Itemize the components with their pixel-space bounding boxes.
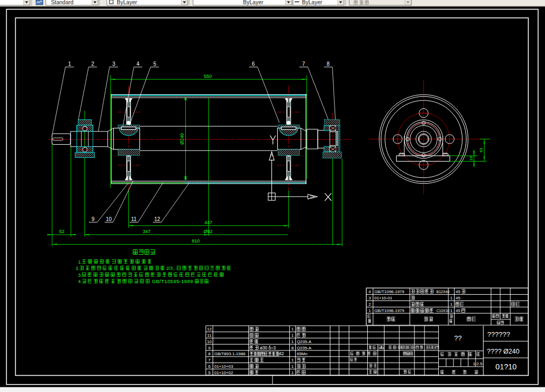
svg-text:8: 8 [208,351,211,356]
svg-text:10: 10 [106,216,112,222]
svg-text:3: 3 [368,296,371,300]
svg-text:8: 8 [327,61,330,67]
svg-text:ByLayer: ByLayer [117,0,137,5]
svg-text:1: 1 [291,333,294,338]
svg-text:11: 11 [131,216,137,222]
svg-text:??????: ?????? [487,330,510,338]
svg-text:,: , [174,266,175,271]
svg-text:1: 1 [291,364,294,369]
svg-text:1: 1 [450,296,453,300]
svg-text:B12X40: B12X40 [437,290,450,294]
svg-text:6: 6 [252,61,255,67]
svg-text:4: 4 [137,61,140,67]
svg-text:1: 1 [68,61,72,67]
svg-text:2/3: 2/3 [166,266,173,271]
svg-text:GB/T893.1-1986: GB/T893.1-1986 [214,351,246,356]
svg-text:???? Ø240: ???? Ø240 [487,348,520,355]
svg-text:1: 1 [291,339,294,344]
svg-text:Ø240: Ø240 [179,133,185,145]
svg-text:2: 2 [368,302,371,307]
svg-text:1: 1 [368,308,371,313]
svg-text:45: 45 [456,289,460,294]
svg-text:01+10+03: 01+10+03 [214,364,234,369]
svg-text:ø30 δ=3: ø30 δ=3 [260,346,276,350]
svg-text:12: 12 [207,327,211,331]
svg-text:1.: 1. [78,259,82,265]
svg-text:7: 7 [208,358,211,363]
svg-text:Q235-A: Q235-A [297,346,311,350]
svg-text:8: 8 [291,346,294,350]
svg-text:9: 9 [208,346,211,350]
svg-text:1: 1 [291,358,294,363]
svg-text:??: ?? [454,334,461,342]
svg-text:11: 11 [207,333,212,338]
svg-text:1: 1 [450,302,453,307]
svg-text:3.: 3. [78,273,82,278]
svg-text:42: 42 [279,351,284,356]
svg-text:Standard: Standard [51,0,74,5]
svg-text:1:2.5: 1:2.5 [473,361,482,366]
svg-text:Ø92: Ø92 [204,229,213,234]
svg-text:Q235-A: Q235-A [297,339,311,344]
svg-text:01+10+02: 01+10+02 [214,370,234,375]
svg-text:01+10-01: 01+10-01 [375,296,393,300]
svg-text:GB/T1096-1979: GB/T1096-1979 [375,308,405,313]
svg-text:45: 45 [456,308,460,313]
svg-text:01?10: 01?10 [496,363,517,371]
svg-text:GB/T10595-1989: GB/T10595-1989 [152,278,193,284]
svg-text:6: 6 [208,364,211,369]
svg-text:65Mn: 65Mn [297,351,307,356]
svg-text:63: 63 [479,147,483,152]
svg-text:347: 347 [143,229,150,234]
svg-text:1: 1 [291,327,294,331]
svg-text:ByLayer: ByLayer [243,0,264,5]
svg-text:GB/T1096-1979: GB/T1096-1979 [375,289,405,294]
svg-text:C10X32: C10X32 [437,309,450,313]
svg-text:2: 2 [92,61,95,67]
svg-text:1: 1 [450,308,453,313]
svg-text:5: 5 [153,61,156,67]
svg-text:4: 4 [368,289,371,294]
svg-text:.: . [208,279,209,284]
svg-text:3: 3 [112,61,115,67]
svg-text:550: 550 [204,74,211,79]
svg-text:447: 447 [204,220,212,225]
svg-text:4.: 4. [78,279,82,284]
svg-text:ByLayer: ByLayer [302,0,322,5]
svg-text:16: 16 [469,156,473,160]
svg-text:52: 52 [59,229,64,234]
svg-text:45: 45 [456,296,460,300]
svg-text:7: 7 [302,61,305,67]
svg-text:12: 12 [154,216,160,222]
svg-text:9: 9 [92,216,95,222]
svg-text:10: 10 [207,339,211,344]
svg-text:1: 1 [291,370,294,375]
svg-text:5: 5 [208,370,211,375]
svg-text:810: 810 [191,238,199,244]
svg-text:2.: 2. [76,266,79,271]
